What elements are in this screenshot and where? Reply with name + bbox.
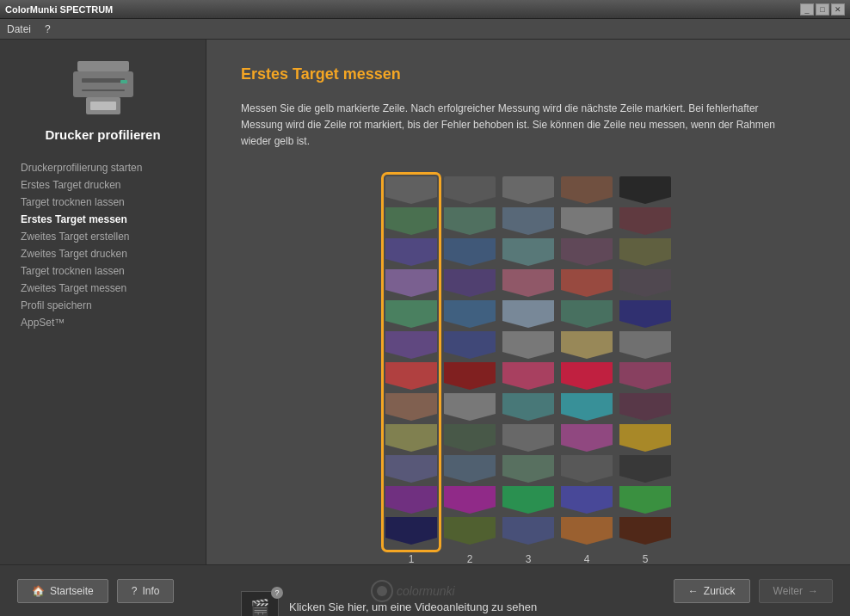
video-icon: 🎬 ? — [241, 591, 279, 616]
svg-marker-9 — [385, 238, 437, 266]
color-cell — [619, 300, 671, 331]
svg-marker-15 — [385, 424, 437, 452]
color-cell — [502, 517, 554, 548]
sidebar-nav-item[interactable]: Profil speichern — [14, 297, 206, 314]
svg-marker-34 — [502, 269, 554, 297]
printer-icon — [69, 57, 138, 117]
sidebar-nav-item[interactable]: Erstes Target drucken — [14, 176, 206, 194]
maximize-button[interactable]: □ — [816, 3, 829, 15]
sidebar-nav-item[interactable]: Erstes Target messen — [14, 211, 206, 228]
svg-marker-36 — [502, 331, 554, 359]
sidebar-nav-item[interactable]: Zweites Target messen — [14, 280, 206, 297]
back-icon: ← — [688, 585, 699, 597]
svg-marker-19 — [444, 176, 496, 204]
svg-marker-23 — [444, 300, 496, 328]
sidebar-nav-item[interactable]: Target trocknen lassen — [14, 194, 206, 211]
svg-rect-3 — [120, 80, 127, 83]
sidebar: Drucker profilieren Druckerprofilierung … — [0, 40, 206, 564]
content-area: Erstes Target messen Messen Sie die gelb… — [206, 40, 850, 564]
color-cell — [502, 455, 554, 486]
video-badge: ? — [271, 587, 283, 599]
color-cell — [444, 517, 496, 548]
color-cell — [619, 269, 671, 300]
sidebar-nav-item[interactable]: Druckerprofilierung starten — [14, 159, 206, 176]
weiter-button[interactable]: Weiter → — [759, 579, 833, 603]
color-strip-2 — [444, 176, 496, 548]
strip-wrapper: 2 — [444, 176, 496, 565]
svg-marker-46 — [561, 269, 613, 297]
svg-marker-33 — [502, 238, 554, 266]
color-cell — [385, 176, 437, 207]
bottom-right-buttons: ← Zurück Weiter → — [674, 579, 833, 603]
svg-rect-4 — [82, 89, 125, 91]
sidebar-nav-item[interactable]: Zweites Target drucken — [14, 245, 206, 262]
svg-marker-7 — [385, 176, 437, 204]
strip-label: 3 — [526, 553, 532, 565]
svg-marker-35 — [502, 300, 554, 328]
svg-marker-59 — [619, 300, 671, 328]
svg-marker-21 — [444, 238, 496, 266]
color-strip-1 — [385, 176, 437, 548]
color-cell — [385, 362, 437, 393]
color-cell — [444, 207, 496, 238]
color-cell — [444, 331, 496, 362]
color-cell — [444, 362, 496, 393]
bottom-logo: colormunki — [369, 578, 481, 604]
color-cell — [619, 486, 671, 517]
play-icon: 🎬 — [250, 598, 269, 616]
content-description: Messen Sie die gelb markierte Zeile. Nac… — [241, 101, 791, 151]
svg-marker-22 — [444, 269, 496, 297]
color-cell — [561, 517, 613, 548]
menu-item-help[interactable]: ? — [45, 23, 51, 35]
svg-rect-2 — [82, 78, 125, 83]
svg-marker-20 — [444, 207, 496, 235]
close-button[interactable]: ✕ — [831, 3, 845, 15]
title-bar-controls[interactable]: _ □ ✕ — [800, 3, 845, 15]
svg-marker-18 — [385, 517, 437, 545]
svg-marker-41 — [502, 486, 554, 514]
sidebar-nav-item[interactable]: AppSet™ — [14, 314, 206, 331]
strips-area: 1 2 — [241, 176, 816, 565]
color-cell — [619, 238, 671, 269]
minimize-button[interactable]: _ — [800, 3, 814, 15]
svg-marker-37 — [502, 362, 554, 390]
svg-marker-30 — [444, 517, 496, 545]
color-cell — [502, 331, 554, 362]
svg-marker-11 — [385, 300, 437, 328]
sidebar-nav-item[interactable]: Target trocknen lassen — [14, 262, 206, 280]
zuruck-button[interactable]: ← Zurück — [674, 579, 750, 603]
color-cell — [502, 176, 554, 207]
title-bar: ColorMunki SPECTRUM _ □ ✕ — [0, 0, 850, 19]
color-cell — [619, 207, 671, 238]
color-cell — [385, 455, 437, 486]
svg-marker-52 — [561, 455, 613, 483]
strip-label: 2 — [467, 553, 473, 565]
svg-marker-49 — [561, 362, 613, 390]
weiter-label: Weiter — [773, 585, 803, 597]
sidebar-nav-item[interactable]: Zweites Target erstellen — [14, 228, 206, 245]
svg-marker-40 — [502, 455, 554, 483]
color-cell — [561, 176, 613, 207]
svg-marker-57 — [619, 238, 671, 266]
svg-marker-17 — [385, 486, 437, 514]
color-cell — [619, 331, 671, 362]
svg-marker-12 — [385, 331, 437, 359]
svg-marker-54 — [561, 517, 613, 545]
menu-item-datei[interactable]: Datei — [7, 23, 31, 35]
svg-marker-39 — [502, 424, 554, 452]
svg-marker-50 — [561, 393, 613, 421]
color-cell — [619, 455, 671, 486]
svg-marker-45 — [561, 238, 613, 266]
info-button[interactable]: ? Info — [117, 579, 175, 603]
svg-marker-10 — [385, 269, 437, 297]
svg-marker-24 — [444, 331, 496, 359]
startseite-button[interactable]: 🏠 Startseite — [17, 579, 108, 603]
svg-marker-47 — [561, 300, 613, 328]
color-cell — [385, 238, 437, 269]
color-cell — [561, 207, 613, 238]
svg-marker-29 — [444, 486, 496, 514]
sidebar-nav: Druckerprofilierung startenErstes Target… — [0, 159, 206, 331]
svg-marker-16 — [385, 455, 437, 483]
question-icon: ? — [132, 585, 138, 597]
strip-wrapper: 3 — [502, 176, 554, 565]
